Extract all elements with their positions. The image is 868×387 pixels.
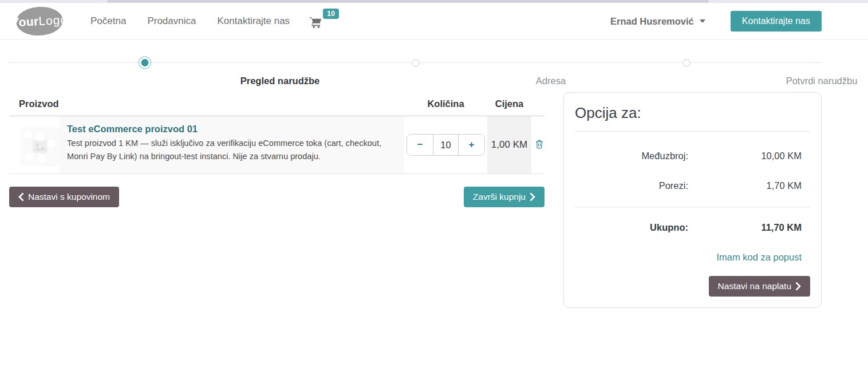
contact-us-button[interactable]: Kontaktirajte nas: [731, 11, 822, 31]
step-dot: [682, 59, 691, 67]
step-confirm-order[interactable]: Potvrdi narudžbu: [551, 40, 822, 92]
main-menu: Početna Prodavnica Kontaktirajte nas: [90, 15, 290, 27]
total-label: Ukupno:: [575, 222, 688, 233]
subtotal-value: 10,00 KM: [688, 151, 802, 161]
placeholder-tile-icon: [47, 140, 55, 148]
product-info-cell: Test eCommerce proizvod 01 Test proizvod…: [60, 116, 404, 173]
product-description: Test proizvod 1 KM — služi isključivo za…: [67, 137, 396, 163]
chevron-right-icon: [796, 282, 801, 290]
logo-text-light: Logo: [38, 13, 68, 28]
chevron-down-icon: [700, 19, 705, 23]
user-menu[interactable]: Ernad Husremović: [610, 16, 705, 27]
taxes-value: 1,70 KM: [688, 180, 802, 191]
site-logo[interactable]: YourLogo: [15, 6, 64, 37]
main-content: Proizvod Količina Cijena: [9, 92, 822, 308]
product-title-link[interactable]: Test eCommerce proizvod 01: [67, 124, 198, 135]
cart-actions: Nastavi s kupovinom Završi kupnju: [9, 187, 545, 207]
placeholder-tile-icon: [38, 155, 46, 163]
taxes-row: Porezi: 1,70 KM: [575, 180, 802, 191]
checkout-progress: Pregled narudžbe Adresa Potvrdi narudžbu: [9, 40, 822, 92]
logo-text-bold: Your: [11, 14, 39, 29]
summary-title: Opcija za:: [575, 104, 810, 122]
delete-cell: [531, 116, 545, 173]
finish-purchase-label: Završi kupnju: [473, 192, 526, 202]
finish-purchase-button[interactable]: Završi kupnju: [464, 187, 545, 207]
image-placeholder-icon: [33, 140, 48, 153]
cart-section: Proizvod Količina Cijena: [9, 92, 545, 207]
chevron-left-icon: [18, 193, 23, 201]
placeholder-tile-icon: [36, 133, 44, 141]
step-review-order[interactable]: Pregled narudžbe: [9, 40, 280, 92]
subtotal-row: Međuzbroj: 10,00 KM: [575, 151, 802, 161]
cart-count-badge: 10: [323, 9, 339, 19]
placeholder-tile-icon: [24, 131, 32, 139]
product-image[interactable]: [21, 127, 60, 166]
taxes-label: Porezi:: [575, 180, 688, 191]
nav-item-home[interactable]: Početna: [90, 15, 126, 27]
nav-item-shop[interactable]: Prodavnica: [147, 15, 196, 27]
price-cell: 1,00 KM: [487, 116, 531, 173]
top-scrollbar-track: [0, 0, 868, 3]
step-address[interactable]: Adresa: [280, 40, 551, 92]
order-summary-panel: Opcija za: Međuzbroj: 10,00 KM Porezi: 1…: [563, 92, 822, 308]
top-scrollbar-thumb[interactable]: [107, 0, 709, 3]
decrease-quantity-button[interactable]: −: [407, 135, 433, 155]
remove-item-button[interactable]: [535, 140, 543, 151]
quantity-cell: − +: [404, 116, 487, 173]
column-header-quantity: Količina: [404, 98, 487, 109]
user-name: Ernad Husremović: [610, 16, 694, 27]
increase-quantity-button[interactable]: +: [459, 135, 484, 155]
summary-total: Ukupno: 11,70 KM: [575, 207, 810, 233]
discount-code-link[interactable]: Imam kod za popust: [575, 252, 810, 263]
step-label: Potvrdi narudžbu: [686, 76, 868, 86]
column-header-product: Proizvod: [9, 98, 404, 109]
proceed-to-checkout-label: Nastavi na naplatu: [718, 281, 791, 291]
chevron-right-icon: [530, 193, 535, 201]
summary-amounts: Međuzbroj: 10,00 KM Porezi: 1,70 KM: [575, 132, 810, 191]
nav-item-contact[interactable]: Kontaktirajte nas: [217, 15, 290, 27]
navbar-right: Ernad Husremović Kontaktirajte nas: [610, 11, 822, 31]
navbar: YourLogo Početna Prodavnica Kontaktirajt…: [0, 3, 868, 40]
column-header-price: Cijena: [487, 98, 531, 109]
quantity-stepper: − +: [407, 134, 485, 156]
cart-row: Test eCommerce proizvod 01 Test proizvod…: [9, 116, 545, 174]
cart-link[interactable]: 10: [309, 12, 339, 30]
quantity-input[interactable]: [433, 135, 459, 155]
cart-icon: [309, 17, 322, 30]
product-image-cell: [9, 116, 60, 173]
placeholder-tile-icon: [25, 153, 33, 161]
cart-table-header: Proizvod Količina Cijena: [9, 92, 545, 116]
trash-icon: [535, 140, 543, 149]
continue-shopping-button[interactable]: Nastavi s kupovinom: [9, 187, 119, 207]
total-row: Ukupno: 11,70 KM: [575, 222, 802, 233]
proceed-to-checkout-button[interactable]: Nastavi na naplatu: [709, 276, 810, 297]
step-dot-active: [141, 59, 148, 66]
subtotal-label: Međuzbroj:: [575, 151, 688, 161]
total-value: 11,70 KM: [688, 222, 802, 233]
step-dot: [412, 59, 420, 67]
continue-shopping-label: Nastavi s kupovinom: [28, 192, 110, 202]
